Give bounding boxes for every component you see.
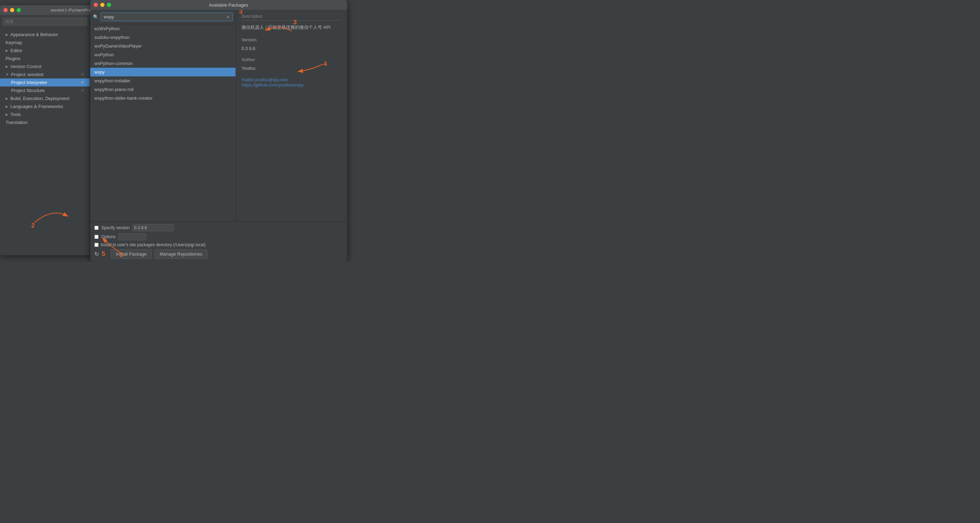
package-list-panel: 🔍 ✕ 3 ezWxPython sudoku-wxpython wxPyGam… [90,10,236,221]
options-input[interactable] [118,233,146,240]
sidebar-item-label: Tools [10,112,21,117]
sidebar-item-project-interpreter[interactable]: Project Interpreter ⚙ [0,78,90,86]
install-package-button[interactable]: Install Package [111,249,152,259]
version-value: 0.3.9.8 [242,46,342,51]
author-value: Youfou [242,65,342,71]
maximize-button[interactable] [17,8,21,12]
pkg-min-button[interactable] [100,3,105,7]
version-input[interactable] [132,224,174,231]
expand-arrow-icon: ▶ [6,49,8,53]
version-label: Version [242,38,342,42]
manage-repositories-button[interactable]: Manage Repositories [154,249,207,259]
packages-titlebar: Available Packages [90,0,347,10]
sidebar-item-label: Keymap [6,40,22,45]
packages-window-body: 🔍 ✕ 3 ezWxPython sudoku-wxpython wxPyGam… [90,10,347,221]
sidebar-item-languages-frameworks[interactable]: ▶ Languages & Frameworks [0,102,90,110]
sidebar-item-version-control[interactable]: ▶ Version Control [0,62,90,70]
description-links: mailto:youfou@qq.com https://github.com/… [242,77,342,88]
install-site-packages-checkbox[interactable] [94,243,99,247]
settings-sidebar: ▶ Appearance & Behavior Keymap ▶ Editor … [0,15,90,255]
search-icon: 🔍 [93,14,99,19]
package-action-buttons: ↻ 5 Install Package Manage Repositories [94,249,343,259]
package-description-panel: Description 微信机器人 / 可能是最优雅的微信个人号 API Ver… [236,10,347,221]
package-install-controls: Specify version Options Install to user'… [90,221,347,262]
sidebar-item-label: Build, Execution, Deployment [10,96,69,101]
sidebar-item-label: Project Structure [11,88,45,93]
sidebar-item-translation[interactable]: Translation [0,118,90,126]
settings-icon: ⚙ [81,88,84,93]
expand-arrow-icon: ▶ [6,33,8,37]
options-checkbox[interactable] [94,235,99,239]
sidebar-item-build-execution[interactable]: ▶ Build, Execution, Deployment [0,94,90,102]
sidebar-item-project-structure[interactable]: Project Structure ⚙ [0,86,90,94]
install-site-packages-row: Install to user's site packages director… [94,242,343,247]
pkg-result-item[interactable]: wxpython-slider-bank-creator [90,94,235,102]
sidebar-item-label: Project: wxrobot [11,72,43,77]
options-row: Options [94,233,343,240]
pkg-max-button[interactable] [107,3,111,7]
pkg-result-item[interactable]: wxPyGameVideoPlayer [90,41,235,50]
sidebar-item-appearance[interactable]: ▶ Appearance & Behavior [0,30,90,38]
available-packages-window: Available Packages 🔍 ✕ 3 ezWxPython sudo… [90,0,347,262]
description-header: Description [242,14,342,21]
sidebar-items-list: ▶ Appearance & Behavior Keymap ▶ Editor … [0,29,90,255]
refresh-icon[interactable]: ↻ [94,251,99,257]
options-label: Options [101,234,116,239]
author-label: Author [242,57,342,62]
email-link[interactable]: mailto:youfou@qq.com [242,77,288,82]
pkg-close-button[interactable] [94,3,98,7]
sidebar-item-tools[interactable]: ▶ Tools [0,110,90,118]
description-text: 微信机器人 / 可能是最优雅的微信个人号 API [242,24,342,31]
expand-arrow-icon: ▶ [6,113,8,116]
specify-version-checkbox[interactable] [94,226,99,230]
specify-version-row: Specify version [94,224,343,231]
pkg-result-wxpy-selected[interactable]: wxpy [90,68,235,77]
sidebar-item-label: Appearance & Behavior [10,32,58,37]
sidebar-item-editor[interactable]: ▶ Editor [0,46,90,54]
sidebar-item-label: Project Interpreter [11,80,47,85]
expand-arrow-icon: ▶ [6,65,8,69]
pkg-result-item[interactable]: sudoku-wxpython [90,33,235,41]
pkg-result-item[interactable]: ezWxPython [90,24,235,33]
package-search-input[interactable] [101,13,233,21]
pkg-result-item[interactable]: wxPython-common [90,59,235,68]
package-search-row: 🔍 ✕ 3 [90,10,235,24]
packages-window-title: Available Packages [113,2,344,8]
package-results-list: ezWxPython sudoku-wxpython wxPyGameVideo… [90,24,235,221]
annotation-3-label: 3 [239,10,243,15]
pkg-result-wxpython[interactable]: wxPython 4 [90,50,235,59]
github-link[interactable]: https://github.com/youfou/wxpy [242,82,303,88]
close-button[interactable] [3,8,8,12]
sidebar-search-container [0,15,90,29]
search-clear-icon[interactable]: ✕ [226,14,230,20]
settings-icon: ⚙ [81,72,84,77]
sidebar-item-label: Plugins [6,56,21,61]
settings-icon: ⚙ [81,80,84,85]
sidebar-item-label: Languages & Frameworks [10,104,63,109]
sidebar-search-input[interactable] [3,18,87,26]
expand-arrow-icon: ▶ [6,97,8,100]
sidebar-item-keymap[interactable]: Keymap [0,38,90,46]
expand-arrow-icon: ▶ [6,105,8,108]
sidebar-item-label: Version Control [10,64,41,69]
sidebar-item-plugins[interactable]: Plugins [0,54,90,62]
pkg-result-item[interactable]: wxpython-installer [90,77,235,85]
minimize-button[interactable] [10,8,14,12]
sidebar-item-label: Editor [10,48,22,53]
specify-version-label: Specify version [101,225,129,230]
sidebar-item-label: Translation [6,120,28,125]
install-site-packages-label: Install to user's site packages director… [101,242,205,247]
expand-arrow-icon: ▼ [6,73,9,77]
annotation-5-label: 5 [102,250,105,258]
sidebar-item-project-wxrobot[interactable]: ▼ Project: wxrobot ⚙ [0,70,90,78]
pkg-result-item[interactable]: wxpython-piano-roll [90,85,235,94]
